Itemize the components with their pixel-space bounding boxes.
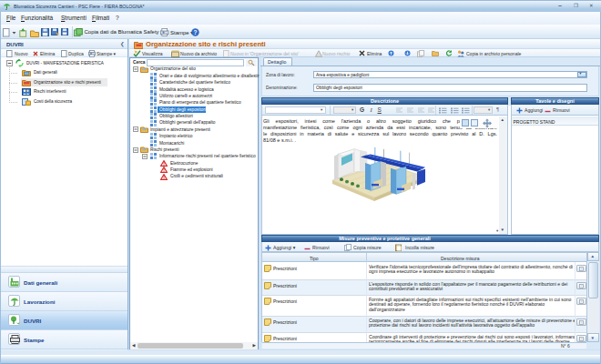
svg-text:?: ? <box>194 29 198 35</box>
